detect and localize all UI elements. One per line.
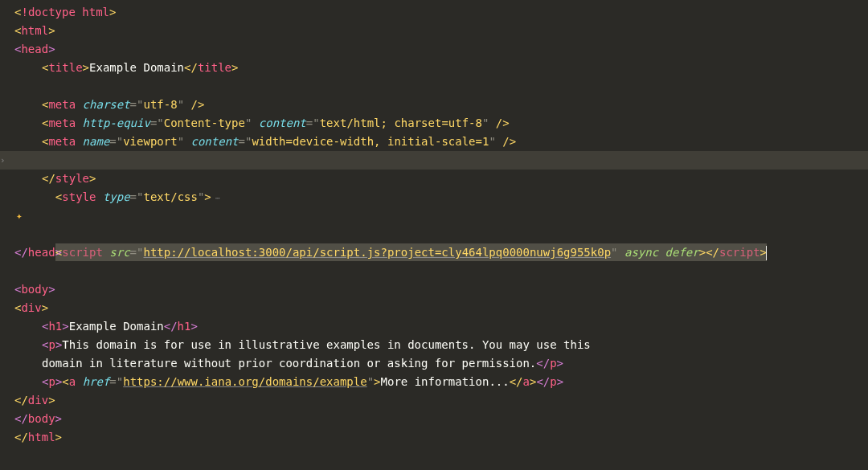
code-line[interactable]: <meta charset="utf-8" /> [14, 96, 868, 114]
code-line[interactable] [14, 262, 868, 280]
fold-arrow-icon[interactable]: › [0, 151, 8, 170]
code-line[interactable] [14, 225, 868, 243]
code-line[interactable]: <body> [14, 280, 868, 299]
code-line[interactable]: <p>This domain is for use in illustrativ… [14, 336, 868, 354]
code-line[interactable]: </html> [14, 428, 868, 447]
code-line-folded[interactable]: › <style type="text/css"> ⋯ [0, 151, 868, 170]
code-line[interactable]: <html> [14, 22, 868, 40]
code-line[interactable]: <meta name="viewport" content="width=dev… [14, 133, 868, 151]
code-line[interactable]: domain in literature without prior coord… [14, 354, 868, 373]
anchor-href-url: https://www.iana.org/domains/example [123, 375, 366, 388]
code-line[interactable]: </body> [14, 410, 868, 428]
ai-sparkle-icon[interactable]: ✦ [16, 206, 23, 225]
code-line[interactable] [14, 77, 868, 96]
code-line[interactable]: <h1>Example Domain</h1> [14, 317, 868, 336]
code-line[interactable]: </style> [14, 170, 868, 188]
code-line[interactable]: <!doctype html> [14, 3, 868, 22]
code-line[interactable]: <meta http-equiv="Content-type" content=… [14, 114, 868, 133]
code-line[interactable]: </head> [14, 243, 868, 262]
code-line[interactable]: </div> [14, 391, 868, 410]
code-line[interactable] [14, 188, 868, 206]
code-line-selected[interactable]: ✦ <script src="http://localhost:3000/api… [0, 206, 868, 225]
code-line[interactable]: <head> [14, 40, 868, 59]
code-line[interactable]: <div> [14, 299, 868, 317]
code-editor[interactable]: <!doctype html> <html> <head> <title>Exa… [0, 0, 868, 447]
code-line[interactable]: <title>Example Domain</title> [14, 59, 868, 77]
code-line[interactable]: <p><a href="https://www.iana.org/domains… [14, 373, 868, 391]
